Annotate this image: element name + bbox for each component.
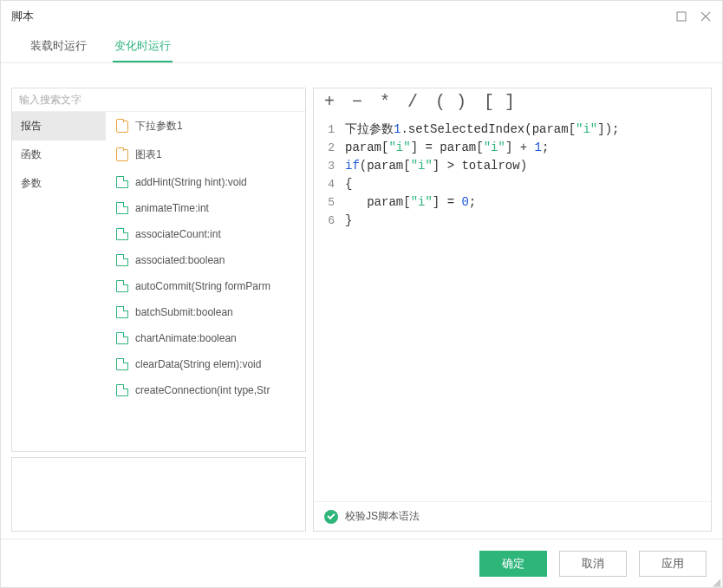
tab-0[interactable]: 装载时运行: [29, 31, 88, 62]
gutter: 123456: [314, 117, 342, 501]
code-line[interactable]: param["i"] = 0;: [345, 193, 707, 212]
tab-1[interactable]: 变化时运行: [113, 31, 173, 62]
file-icon: [116, 254, 128, 266]
file-icon: [116, 228, 128, 240]
titlebar: 脚本: [1, 1, 722, 32]
tabs: 装载时运行变化时运行: [1, 32, 722, 63]
line-number: 1: [314, 121, 335, 139]
line-number: 4: [314, 175, 335, 193]
description-panel: [11, 457, 306, 532]
code-area[interactable]: 下拉参数1.setSelectedIndex(param["i"]);param…: [342, 117, 711, 501]
file-icon: [116, 280, 128, 292]
item-label: addHint(String hint):void: [135, 176, 247, 188]
two-pane: 报告函数参数 下拉参数1图表1addHint(String hint):void…: [12, 112, 305, 451]
code-line[interactable]: param["i"] = param["i"] + 1;: [345, 139, 707, 157]
category-list: 报告函数参数: [12, 112, 106, 451]
operator-0[interactable]: +: [324, 92, 335, 112]
cancel-button[interactable]: 取消: [559, 551, 627, 577]
line-number: 2: [314, 139, 335, 157]
apply-button[interactable]: 应用: [639, 551, 707, 577]
item-label: associateCount:int: [135, 228, 221, 240]
file-icon: [116, 176, 128, 188]
validate-label: 校验JS脚本语法: [345, 509, 420, 524]
file-icon: [116, 358, 128, 370]
item-label: clearData(String elem):void: [135, 358, 261, 370]
code-editor[interactable]: 123456 下拉参数1.setSelectedIndex(param["i"]…: [314, 117, 711, 501]
left-column: 报告函数参数 下拉参数1图表1addHint(String hint):void…: [11, 88, 306, 532]
svg-rect-0: [677, 12, 686, 21]
list-item[interactable]: 下拉参数1: [106, 112, 305, 140]
editor-panel: +−*/( )[ ] 123456 下拉参数1.setSelectedIndex…: [313, 88, 712, 532]
list-item[interactable]: clearData(String elem):void: [106, 351, 305, 377]
item-label: batchSubmit:boolean: [135, 306, 233, 318]
close-button[interactable]: [700, 10, 712, 23]
list-item[interactable]: 图表1: [106, 140, 305, 169]
item-label: associated:boolean: [135, 254, 225, 266]
script-dialog: 脚本 装载时运行变化时运行 报告函数参数 下拉参数1图表1addHint(Str…: [0, 0, 723, 588]
file-icon: [116, 332, 128, 344]
line-number: 6: [314, 212, 335, 230]
list-item[interactable]: createConnection(int type,Str: [106, 377, 305, 403]
line-number: 3: [314, 157, 335, 175]
operator-bar: +−*/( )[ ]: [314, 88, 711, 117]
file-icon: [116, 384, 128, 396]
window-title: 脚本: [11, 9, 675, 24]
item-label: 下拉参数1: [135, 119, 183, 134]
resize-handle[interactable]: ◢: [713, 578, 720, 585]
item-list[interactable]: 下拉参数1图表1addHint(String hint):voidanimate…: [106, 112, 305, 451]
file-icon: [116, 306, 128, 318]
validate-bar[interactable]: 校验JS脚本语法: [314, 501, 711, 531]
folder-icon: [116, 121, 128, 133]
operator-4[interactable]: ( ): [435, 92, 466, 112]
item-label: chartAnimate:boolean: [135, 332, 237, 344]
item-label: animateTime:int: [135, 202, 209, 214]
code-line[interactable]: if(param["i"] > totalrow): [345, 157, 707, 175]
line-number: 5: [314, 193, 335, 212]
list-item[interactable]: chartAnimate:boolean: [106, 325, 305, 351]
square-icon: [676, 11, 687, 22]
operator-2[interactable]: *: [380, 92, 390, 112]
content: 报告函数参数 下拉参数1图表1addHint(String hint):void…: [1, 63, 722, 539]
operator-5[interactable]: [ ]: [484, 92, 515, 112]
category-2[interactable]: 参数: [12, 169, 106, 198]
list-item[interactable]: associateCount:int: [106, 221, 305, 247]
folder-icon: [116, 149, 128, 161]
list-item[interactable]: addHint(String hint):void: [106, 169, 305, 195]
list-item[interactable]: batchSubmit:boolean: [106, 299, 305, 325]
list-item[interactable]: associated:boolean: [106, 247, 305, 273]
check-icon: [324, 510, 338, 524]
window-controls: [675, 10, 712, 23]
item-label: 图表1: [135, 147, 162, 162]
file-icon: [116, 202, 128, 214]
item-label: autoCommit(String formParm: [135, 280, 270, 292]
code-line[interactable]: {: [345, 175, 707, 193]
operator-3[interactable]: /: [407, 92, 418, 112]
search-wrap: [12, 88, 305, 112]
operator-1[interactable]: −: [352, 92, 362, 112]
category-1[interactable]: 函数: [12, 140, 106, 169]
footer: 确定 取消 应用: [1, 539, 722, 587]
ok-button[interactable]: 确定: [479, 551, 547, 577]
code-line[interactable]: 下拉参数1.setSelectedIndex(param["i"]);: [345, 121, 707, 139]
maximize-button[interactable]: [675, 10, 687, 23]
search-input[interactable]: [12, 88, 305, 111]
item-label: createConnection(int type,Str: [135, 384, 270, 396]
list-item[interactable]: animateTime:int: [106, 195, 305, 221]
reference-panel: 报告函数参数 下拉参数1图表1addHint(String hint):void…: [11, 88, 306, 452]
category-0[interactable]: 报告: [12, 112, 106, 140]
close-icon: [700, 11, 711, 22]
code-line[interactable]: }: [345, 212, 707, 230]
list-item[interactable]: autoCommit(String formParm: [106, 273, 305, 299]
